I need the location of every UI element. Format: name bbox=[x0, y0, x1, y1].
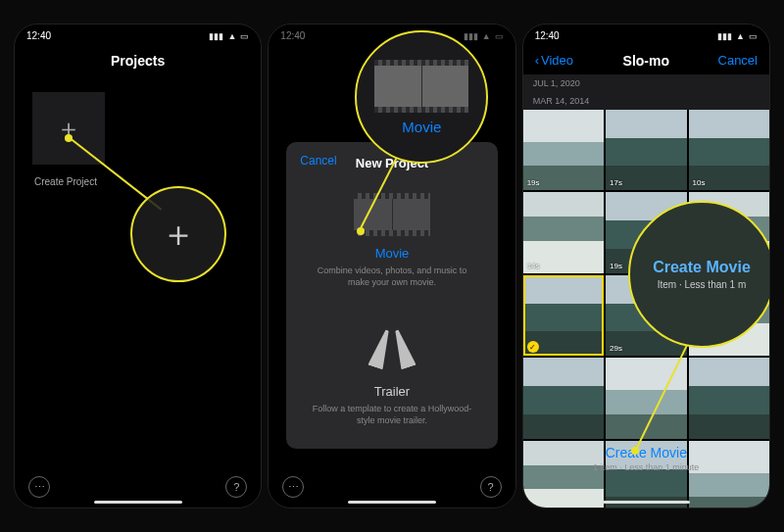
callout-link: Create Movie bbox=[653, 259, 751, 276]
video-thumbnail[interactable] bbox=[689, 358, 769, 438]
status-bar: 12:40 ▮▮▮ ▲ ▭ bbox=[15, 24, 261, 43]
home-indicator bbox=[348, 501, 436, 504]
screen-projects: 12:40 ▮▮▮ ▲ ▭ Projects ＋ Create Project … bbox=[14, 24, 262, 508]
spotlight-icon bbox=[369, 329, 415, 374]
status-time: 12:40 bbox=[535, 30, 560, 41]
bottom-bar: ⋯ ? bbox=[15, 476, 261, 498]
create-project-label: Create Project bbox=[34, 176, 261, 187]
annotation-zoom-plus: ＋ bbox=[130, 186, 226, 282]
create-movie-meta: 1 item · Less than 1 minute bbox=[523, 462, 769, 472]
trailer-option[interactable]: Trailer Follow a template to create a Ho… bbox=[300, 306, 483, 426]
callout-label: Movie bbox=[402, 119, 441, 135]
new-project-sheet: Cancel New Project Movie Combine videos,… bbox=[286, 142, 497, 449]
annotation-line bbox=[68, 136, 162, 210]
screen-new-project: 12:40 ▮▮▮▲▭ Cancel New Project Movie Com… bbox=[268, 24, 515, 508]
annotation-zoom-movie: Movie bbox=[355, 30, 488, 164]
back-button[interactable]: Video bbox=[535, 53, 573, 68]
more-button[interactable]: ⋯ bbox=[282, 476, 304, 498]
date-section-1: JUL 1, 2020 bbox=[523, 74, 769, 92]
video-thumbnail[interactable] bbox=[523, 358, 604, 438]
header: Projects bbox=[15, 43, 261, 74]
checkmark-icon: ✓ bbox=[527, 341, 539, 353]
video-thumbnail-selected[interactable]: ✓ bbox=[523, 275, 604, 356]
battery-icon: ▭ bbox=[240, 31, 249, 41]
video-thumbnail[interactable]: 14s bbox=[523, 192, 604, 272]
trailer-option-desc: Follow a template to create a Hollywood-… bbox=[300, 403, 483, 426]
create-movie-button[interactable]: Create Movie bbox=[523, 445, 769, 460]
help-button[interactable]: ? bbox=[480, 476, 502, 498]
video-thumbnail[interactable]: 10s bbox=[689, 110, 769, 190]
wifi-icon: ▲ bbox=[227, 31, 236, 41]
create-project-tile[interactable]: ＋ bbox=[32, 92, 105, 165]
movie-option[interactable]: Movie Combine videos, photos, and music … bbox=[300, 193, 483, 288]
cancel-button[interactable]: Cancel bbox=[718, 53, 758, 68]
callout-meta: Item · Less than 1 m bbox=[658, 279, 747, 290]
create-movie-bar: Create Movie 1 item · Less than 1 minute bbox=[523, 437, 769, 480]
filmstrip-icon bbox=[374, 60, 468, 113]
status-bar: 12:40 ▮▮▮▲▭ bbox=[523, 24, 769, 43]
trailer-option-title: Trailer bbox=[300, 384, 483, 399]
home-indicator bbox=[602, 501, 690, 504]
cancel-button[interactable]: Cancel bbox=[300, 154, 336, 168]
more-icon: ⋯ bbox=[34, 481, 45, 494]
status-time: 12:40 bbox=[26, 30, 51, 41]
bottom-bar: ⋯ ? bbox=[269, 476, 514, 498]
video-thumbnail[interactable]: 17s bbox=[606, 110, 686, 190]
more-button[interactable]: ⋯ bbox=[28, 476, 50, 498]
header: Video Slo-mo Cancel bbox=[523, 43, 769, 74]
status-right: ▮▮▮ ▲ ▭ bbox=[209, 31, 249, 41]
movie-option-title: Movie bbox=[300, 246, 483, 261]
help-icon: ? bbox=[233, 481, 239, 493]
video-thumbnail[interactable]: 19s bbox=[523, 110, 604, 190]
signal-icon: ▮▮▮ bbox=[209, 31, 223, 41]
help-button[interactable]: ? bbox=[225, 476, 247, 498]
page-title: Projects bbox=[111, 53, 165, 69]
plus-icon: ＋ bbox=[161, 211, 196, 259]
page-title: Slo-mo bbox=[623, 53, 669, 69]
screen-media-picker: 12:40 ▮▮▮▲▭ Video Slo-mo Cancel JUL 1, 2… bbox=[522, 24, 770, 508]
annotation-zoom-create: Create Movie Item · Less than 1 m bbox=[628, 201, 770, 348]
home-indicator bbox=[94, 501, 182, 504]
date-section-2: MAR 14, 2014 bbox=[523, 92, 769, 110]
movie-option-desc: Combine videos, photos, and music to mak… bbox=[300, 265, 483, 288]
